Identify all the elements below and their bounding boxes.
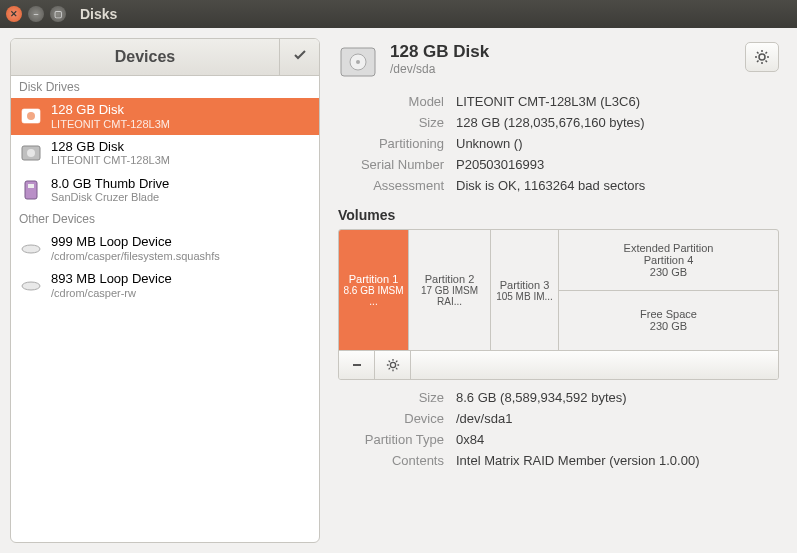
free-space[interactable]: Free Space 230 GB	[559, 291, 778, 351]
label-assessment: Assessment	[338, 178, 456, 193]
svg-rect-4	[25, 181, 37, 199]
partition-4[interactable]: Extended Partition Partition 4 230 GB	[559, 230, 778, 291]
loop-icon	[19, 237, 43, 261]
value-size: 128 GB (128,035,676,160 bytes)	[456, 115, 779, 130]
value-model: LITEONIT CMT-128L3M (L3C6)	[456, 94, 779, 109]
device-item-loop-0[interactable]: 999 MB Loop Device /cdrom/casper/filesys…	[11, 230, 319, 267]
check-icon	[292, 47, 308, 63]
section-title-disk-drives: Disk Drives	[11, 76, 319, 98]
sidebar-header: Devices	[11, 39, 319, 76]
label-vol-device: Device	[338, 411, 456, 426]
partition-3[interactable]: Partition 3 105 MB IM...	[491, 230, 559, 350]
value-assessment: Disk is OK, 1163264 bad sectors	[456, 178, 779, 193]
titlebar: ✕ – ▢ Disks	[0, 0, 797, 28]
value-serial: P20503016993	[456, 157, 779, 172]
device-subtitle: /cdrom/casper-rw	[51, 287, 172, 300]
device-title: 8.0 GB Thumb Drive	[51, 176, 169, 192]
device-subtitle: SanDisk Cruzer Blade	[51, 191, 169, 204]
window-title: Disks	[80, 6, 117, 22]
partition-2[interactable]: Partition 2 17 GB IMSM RAI...	[409, 230, 491, 350]
svg-point-6	[22, 245, 40, 253]
svg-point-10	[356, 60, 360, 64]
extended-partition: Extended Partition Partition 4 230 GB Fr…	[559, 230, 778, 350]
disk-heading: 128 GB Disk	[390, 42, 733, 62]
value-vol-device: /dev/sda1	[456, 411, 779, 426]
device-subtitle: LITEONIT CMT-128L3M	[51, 154, 170, 167]
svg-point-12	[390, 362, 395, 367]
label-vol-size: Size	[338, 390, 456, 405]
label-vol-contents: Contents	[338, 453, 456, 468]
volume-options-button[interactable]	[375, 351, 411, 379]
svg-point-3	[27, 149, 35, 157]
volume-properties: Size 8.6 GB (8,589,934,592 bytes) Device…	[338, 390, 779, 468]
svg-point-11	[759, 54, 765, 60]
label-size: Size	[338, 115, 456, 130]
gear-icon	[754, 49, 770, 65]
hdd-icon	[338, 42, 378, 82]
volume-toolbar	[339, 350, 778, 379]
value-partitioning: Unknown ()	[456, 136, 779, 151]
hdd-icon	[19, 141, 43, 165]
device-subtitle: LITEONIT CMT-128L3M	[51, 118, 170, 131]
unmount-button[interactable]	[339, 351, 375, 379]
window-minimize-button[interactable]: –	[28, 6, 44, 22]
device-item-disk-0[interactable]: 128 GB Disk LITEONIT CMT-128L3M	[11, 98, 319, 135]
svg-point-1	[27, 112, 35, 120]
hdd-icon	[19, 104, 43, 128]
partition-1[interactable]: Partition 1 8.6 GB IMSM ...	[339, 230, 409, 350]
device-title: 999 MB Loop Device	[51, 234, 220, 250]
device-subtitle: /cdrom/casper/filesystem.squashfs	[51, 250, 220, 263]
value-vol-size: 8.6 GB (8,589,934,592 bytes)	[456, 390, 779, 405]
devices-sidebar: Devices Disk Drives 128 GB Disk LITEONIT…	[10, 38, 320, 543]
device-item-disk-1[interactable]: 128 GB Disk LITEONIT CMT-128L3M	[11, 135, 319, 172]
gear-icon	[386, 358, 400, 372]
disk-path: /dev/sda	[390, 62, 733, 76]
label-partitioning: Partitioning	[338, 136, 456, 151]
section-title-other-devices: Other Devices	[11, 208, 319, 230]
disk-options-button[interactable]	[745, 42, 779, 72]
label-vol-ptype: Partition Type	[338, 432, 456, 447]
value-vol-contents: Intel Matrix RAID Member (version 1.0.00…	[456, 453, 779, 468]
device-title: 128 GB Disk	[51, 139, 170, 155]
disk-properties: Model LITEONIT CMT-128L3M (L3C6) Size 12…	[338, 94, 779, 193]
label-serial: Serial Number	[338, 157, 456, 172]
label-model: Model	[338, 94, 456, 109]
volumes-map: Partition 1 8.6 GB IMSM ... Partition 2 …	[338, 229, 779, 380]
usb-icon	[19, 178, 43, 202]
value-vol-ptype: 0x84	[456, 432, 779, 447]
device-item-loop-1[interactable]: 893 MB Loop Device /cdrom/casper-rw	[11, 267, 319, 304]
device-item-thumb-drive[interactable]: 8.0 GB Thumb Drive SanDisk Cruzer Blade	[11, 172, 319, 209]
svg-point-7	[22, 282, 40, 290]
volumes-heading: Volumes	[338, 207, 779, 223]
sidebar-header-label: Devices	[11, 40, 279, 74]
details-pane: 128 GB Disk /dev/sda Model LITEONIT CMT-…	[320, 28, 797, 553]
device-title: 893 MB Loop Device	[51, 271, 172, 287]
window-close-button[interactable]: ✕	[6, 6, 22, 22]
minus-icon	[351, 359, 363, 371]
device-title: 128 GB Disk	[51, 102, 170, 118]
apply-button[interactable]	[279, 39, 319, 75]
window-maximize-button[interactable]: ▢	[50, 6, 66, 22]
loop-icon	[19, 274, 43, 298]
svg-rect-5	[28, 184, 34, 188]
